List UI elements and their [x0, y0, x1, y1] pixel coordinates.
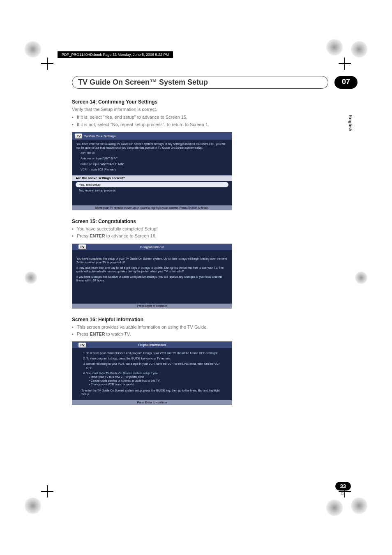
screen14-heading: Screen 14: Confirming Your Settings: [72, 99, 234, 105]
tv-guide-logo-icon: TV: [78, 244, 86, 249]
screenshot-titlebar: TV Confirm Your Settings: [72, 132, 232, 140]
screenshot-titlebar: TV Helpful Information: [72, 342, 232, 348]
screenshot-text: If you have changed the location or cabl…: [76, 275, 228, 282]
screenshot-setting-vcr: VCR — code 002 (Pioneer): [76, 168, 228, 171]
page-number-badge: 33: [335, 482, 351, 491]
screenshot-option: No, repeat setup process: [79, 189, 225, 192]
screenshot-footer: Move your TV remote mover up or down to …: [72, 205, 232, 210]
enter-key-label: ENTER: [90, 332, 105, 336]
screenshot-sublist-item: • Move your TV to a new ZIP or postal co…: [89, 375, 223, 379]
screen14-screenshot: TV Confirm Your Settings You have entere…: [72, 132, 232, 210]
page-content: TV Guide On Screen™ System Setup 07 Scre…: [72, 76, 357, 413]
screenshot-setting-zip: ZIP: 90010: [76, 151, 228, 155]
screenshot-text: You have completed the setup of your TV …: [76, 257, 228, 264]
tv-guide-logo-icon: TV: [75, 134, 82, 138]
page-language-code: En: [335, 491, 351, 495]
screenshot-titlebar: TV Congratulations!: [72, 244, 232, 250]
chapter-number-badge: 07: [334, 76, 357, 89]
text-fragment: Press: [77, 233, 90, 238]
screenshot-setting-cable: Cable on Input "ANT/CABLE A IN": [76, 162, 228, 166]
screenshot-text: It may take more than one day for all ei…: [76, 266, 228, 273]
screen14-description: Verify that the Setup information is cor…: [72, 106, 234, 113]
screen15-screenshot: TV Congratulations! You have completed t…: [72, 244, 232, 309]
screen14-bullet: If it is, select "Yes, end setup" to adv…: [72, 114, 234, 120]
screenshot-footer: Press Enter to continue: [72, 304, 232, 308]
page-source-reference: PDP_PRO1140HD.book Page 33 Monday, June …: [58, 51, 173, 58]
screenshot-title: Helpful Information: [138, 343, 166, 347]
screenshot-text: You have entered the following TV Guide …: [76, 142, 228, 150]
screenshot-list-item: To receive your channel lineup and progr…: [86, 351, 223, 355]
screenshot-title: Confirm Your Settings: [84, 134, 115, 138]
crop-cross-icon: [41, 485, 53, 497]
tv-guide-logo-icon: TV: [78, 343, 86, 348]
registration-mark: [326, 39, 343, 55]
text-fragment: Press: [77, 332, 90, 336]
registration-mark: [25, 497, 41, 514]
screenshot-list-item: Before recording to your VCR, put a tape…: [86, 362, 223, 369]
screenshot-option-selected: Yes, end setup: [76, 182, 228, 187]
screen16-bullet: Press ENTER to watch TV.: [72, 331, 234, 337]
text-fragment: You must redo TV Guide On Screen system …: [86, 372, 158, 375]
text-fragment: to advance to Screen 16.: [105, 233, 156, 238]
chapter-header: TV Guide On Screen™ System Setup 07: [72, 76, 357, 89]
enter-key-label: ENTER: [90, 233, 105, 238]
text-fragment: to watch TV.: [105, 332, 131, 336]
screenshot-list-item: To view program listings, press the GUID…: [86, 357, 223, 360]
screen16-heading: Screen 16: Helpful Information: [72, 317, 234, 322]
crop-cross-icon: [339, 58, 351, 70]
registration-mark: [25, 272, 37, 284]
registration-mark: [25, 41, 41, 58]
screenshot-footer: Press Enter to continue: [72, 400, 232, 405]
screenshot-question: Are the above settings correct?: [72, 175, 232, 181]
screen16-screenshot: TV Helpful Information To receive your c…: [72, 341, 232, 405]
registration-mark: [351, 41, 367, 58]
crop-cross-icon: [41, 58, 53, 70]
screen14-bullet: If it is not, select "No, repeat setup p…: [72, 122, 234, 128]
screen15-bullet: Press ENTER to advance to Screen 16.: [72, 233, 234, 239]
registration-mark: [326, 500, 343, 516]
page-footer: 33 En: [335, 482, 351, 495]
screenshot-list-item: You must redo TV Guide On Screen system …: [86, 371, 223, 386]
screen16-bullet: This screen provides valuable informatio…: [72, 324, 234, 330]
screenshot-setting-antenna: Antenna on Input "ANT-B IN": [76, 157, 228, 160]
screenshot-text: To enter the TV Guide On Screen system s…: [76, 389, 228, 396]
screenshot-title: Congratulations!: [140, 245, 164, 249]
screenshot-sublist-item: • Cancel cable service or connect a cabl…: [89, 379, 223, 382]
screen15-bullet: You have successfully completed Setup!: [72, 226, 234, 232]
screen15-heading: Screen 15: Congratulations: [72, 219, 234, 224]
screenshot-sublist-item: • Change your VCR brand or model: [89, 382, 223, 386]
chapter-title: TV Guide On Screen™ System Setup: [72, 76, 328, 89]
registration-mark: [351, 497, 367, 514]
